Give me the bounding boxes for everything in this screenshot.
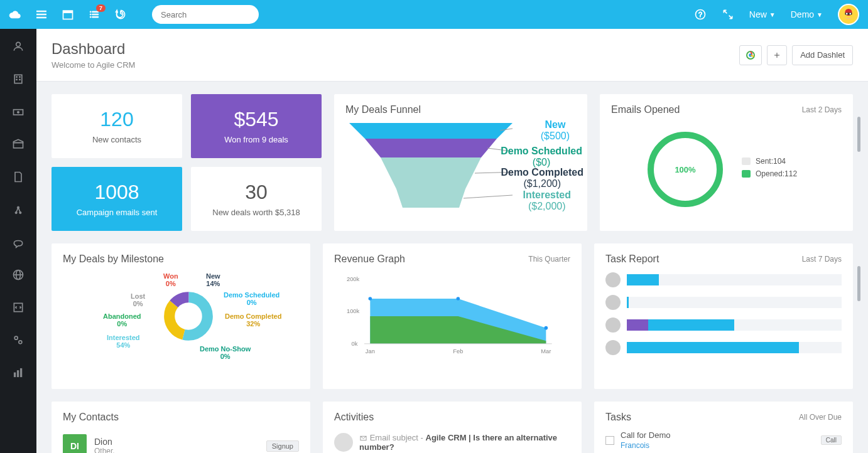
add-button[interactable]	[767, 45, 787, 65]
stat-value: 1008	[58, 181, 176, 204]
reports-icon[interactable]	[12, 366, 24, 379]
svg-rect-18	[16, 79, 18, 80]
user-avatar[interactable]	[838, 4, 859, 25]
x-tick: Jan	[366, 348, 375, 354]
svg-marker-43	[381, 157, 481, 189]
x-tick: Mar	[541, 348, 551, 354]
help-icon[interactable]: ?	[694, 8, 707, 21]
stat-deals[interactable]: 30 New deals worth $5,318	[191, 167, 322, 231]
m-pct: 32%	[246, 320, 260, 328]
m-pct: 0%	[220, 353, 231, 360]
contacts-card: My Contacts DI Dion Other, Signup	[52, 402, 310, 453]
svg-point-32	[14, 336, 18, 339]
svg-point-13	[849, 13, 851, 15]
stat-new-contacts[interactable]: 120 New contacts	[52, 94, 182, 158]
page-subtitle: Welcome to Agile CRM	[52, 60, 135, 70]
main: Dashboard Welcome to Agile CRM Add Dashl…	[36, 29, 868, 453]
contacts-icon[interactable]	[12, 40, 24, 53]
revenue-card: Revenue Graph This Quarter 200k 100k 0k …	[323, 243, 582, 389]
svg-rect-19	[19, 79, 21, 80]
svg-point-33	[19, 341, 22, 344]
page-title: Dashboard	[52, 40, 135, 58]
svg-rect-35	[17, 371, 19, 377]
stat-value: $545	[197, 108, 315, 131]
activity-row: Email subject - Agile CRM | Is there an …	[334, 430, 570, 453]
settings-icon[interactable]	[12, 334, 24, 346]
deals-icon[interactable]	[12, 105, 24, 118]
scrollbar[interactable]	[857, 117, 860, 152]
m-name: Won	[163, 272, 178, 280]
m-pct: 0%	[117, 320, 127, 328]
chevron-down-icon: ▼	[816, 11, 823, 18]
y-tick: 200k	[347, 276, 360, 282]
svg-point-53	[178, 306, 199, 327]
svg-rect-34	[14, 373, 16, 377]
web-icon[interactable]	[12, 269, 24, 281]
companies-icon[interactable]	[12, 73, 24, 85]
stat-emails[interactable]: 1008 Campaign emails sent	[52, 167, 182, 231]
calendar-icon[interactable]	[62, 8, 74, 21]
notif-badge: 7	[96, 4, 106, 12]
history-icon[interactable]	[114, 8, 127, 21]
funnel-stage-name: New	[545, 119, 565, 130]
stat-value: 120	[58, 108, 176, 131]
activity-prefix: Email subject -	[370, 433, 426, 442]
code-icon[interactable]	[12, 301, 24, 314]
stat-label: New contacts	[58, 135, 176, 144]
task-user-avatar	[605, 295, 621, 310]
funnel-card: My Deals Funnel New ($500)	[334, 94, 587, 231]
m-name: Lost	[131, 292, 145, 300]
user-dropdown[interactable]: Demo▼	[791, 9, 823, 19]
social-icon[interactable]	[12, 236, 24, 248]
expand-icon[interactable]	[722, 8, 734, 21]
milestone-card: My Deals by Milestone Won0% New14% Lost0…	[52, 243, 310, 389]
revenue-chart: 200k 100k 0k Jan Feb Mar	[334, 272, 570, 360]
svg-rect-15	[14, 75, 22, 83]
svg-rect-16	[16, 77, 18, 78]
cloud-icon[interactable]	[9, 8, 21, 21]
task-row	[605, 295, 842, 310]
contact-row[interactable]: DI Dion Other, Signup	[63, 430, 299, 453]
task-checkbox[interactable]	[605, 436, 614, 445]
funnel-stage-name: Interested	[523, 189, 571, 200]
stat-label: New deals worth $5,318	[197, 208, 315, 217]
chrome-ext-button[interactable]	[739, 45, 762, 65]
svg-marker-41	[349, 123, 513, 139]
task-bar	[627, 274, 842, 285]
header-actions: Add Dashlet	[739, 45, 853, 65]
task-link[interactable]: Francois	[621, 441, 670, 450]
legend-sent: Sent:104	[756, 157, 786, 166]
sidebar	[0, 29, 36, 453]
plus-icon	[773, 51, 781, 59]
m-name: Demo Completed	[225, 312, 281, 320]
new-dropdown[interactable]: New▼	[749, 9, 776, 19]
svg-line-48	[464, 195, 513, 198]
svg-point-56	[545, 326, 548, 330]
task-item[interactable]: Call for Demo Francois Call	[605, 430, 842, 450]
tasks-icon[interactable]: 7	[88, 8, 100, 21]
add-dashlet-button[interactable]: Add Dashlet	[792, 45, 853, 65]
mail-icon	[359, 435, 367, 442]
search-box[interactable]	[152, 5, 259, 24]
documents-icon[interactable]	[12, 171, 24, 183]
svg-point-21	[17, 111, 19, 113]
scrollbar[interactable]	[857, 266, 860, 301]
funnel-chart	[349, 123, 513, 211]
cases-icon[interactable]	[12, 138, 24, 151]
chevron-down-icon: ▼	[769, 11, 776, 18]
card-title: My Contacts	[63, 412, 119, 423]
page-header: Dashboard Welcome to Agile CRM Add Dashl…	[36, 29, 868, 82]
m-pct: 0%	[166, 280, 176, 287]
activity-avatar	[334, 433, 353, 452]
row-3: My Contacts DI Dion Other, Signup Activi…	[52, 402, 853, 453]
search-input[interactable]	[161, 10, 266, 19]
task-user-avatar	[605, 317, 621, 333]
list-icon[interactable]	[35, 8, 48, 21]
row-1: 120 New contacts $545 Won from 9 deals 1…	[52, 94, 853, 231]
campaigns-icon[interactable]	[12, 203, 24, 216]
task-user-avatar	[605, 340, 621, 355]
tasks-card: Tasks All Over Due Call for Demo Francoi…	[594, 402, 853, 453]
stat-won[interactable]: $545 Won from 9 deals	[191, 94, 322, 158]
donut-percent: 100%	[648, 132, 723, 207]
task-user-avatar	[605, 272, 621, 287]
